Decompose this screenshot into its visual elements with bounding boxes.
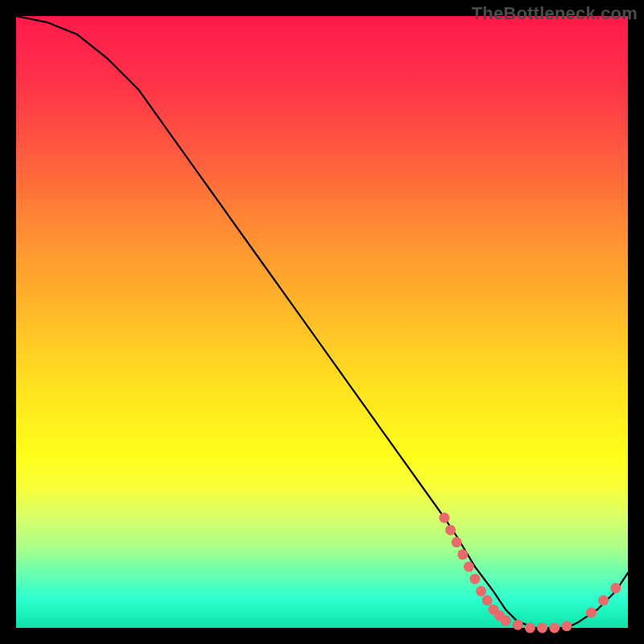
curve-marker [464,562,474,572]
curve-markers [440,513,621,634]
curve-marker [470,574,481,584]
curve-marker [445,525,456,535]
curve-marker [598,595,609,605]
curve-marker [610,583,621,593]
curve-marker [501,615,511,625]
curve-marker [476,586,486,597]
curve-marker [482,595,493,605]
bottleneck-curve [16,16,628,628]
chart-gradient-area [16,16,628,628]
curve-marker [562,621,572,631]
curve-marker [513,620,523,630]
curve-marker [457,549,468,559]
curve-marker [452,537,462,547]
watermark-text: TheBottleneck.com [472,3,638,24]
curve-marker [586,608,597,618]
curve-marker [440,513,450,523]
curve-marker [537,623,547,634]
curve-marker [549,623,559,634]
curve-marker [525,623,535,634]
chart-svg [16,16,628,628]
